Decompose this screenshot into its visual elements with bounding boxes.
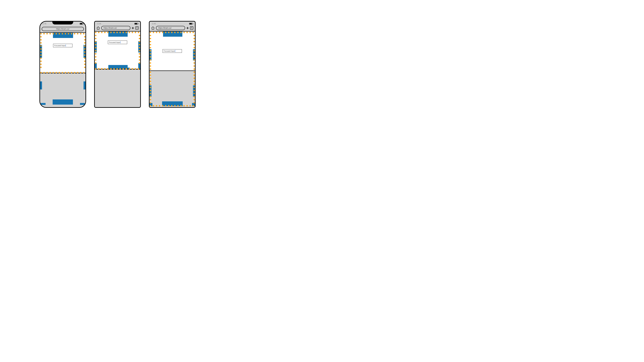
vv-under-kb-bottom [162, 101, 183, 106]
input-value: Focused Input [54, 44, 66, 46]
vv-overlap-bl [41, 103, 46, 105]
vv-edge-left-a [95, 41, 97, 52]
virtual-keyboard [95, 69, 140, 107]
address-bar[interactable]: https://bram.us/ [42, 27, 84, 31]
page-content: Focused Input [95, 31, 140, 69]
vv-edge-left-b [95, 63, 97, 69]
battery-icon [80, 23, 83, 25]
tabs-count-badge[interactable]: 5 [190, 26, 193, 29]
vv-overlap-left-1 [40, 81, 42, 89]
vv-edge-top [108, 31, 128, 37]
device-notch [52, 21, 73, 24]
url-text: https://bram.us/ [104, 27, 117, 29]
page-content: Focused Input [40, 33, 86, 73]
virtual-keyboard [150, 70, 195, 107]
vv-under-kb-bl [150, 103, 152, 106]
tabs-count-badge[interactable]: 5 [135, 26, 138, 29]
vv-edge-right-a [138, 41, 140, 52]
vv-under-kb-right [193, 85, 195, 97]
focused-text-input[interactable]: Focused Input [53, 44, 72, 47]
url-text: https://bram.us/ [158, 27, 172, 29]
browser-chrome: https://bram.us/ + 5 [150, 25, 195, 31]
input-value: Focused Input [109, 41, 120, 43]
vv-edge-top [53, 33, 73, 38]
address-bar[interactable]: https://bram.us/ [101, 26, 130, 30]
input-value: Focused Input [164, 50, 175, 52]
url-text: https://bram.us/ [56, 28, 70, 30]
vv-edge-right [84, 45, 86, 58]
vv-edge-right [193, 49, 195, 60]
status-time: 11:45 [97, 23, 101, 25]
focused-text-input[interactable]: Focused Input [162, 49, 182, 53]
text-caret [120, 41, 121, 43]
vv-edge-top [163, 31, 182, 37]
vv-edge-left [150, 49, 152, 60]
battery-icon [189, 23, 193, 25]
vv-edge-left [40, 45, 42, 58]
virtual-keyboard [40, 73, 86, 107]
phone-mockup-3: 11:45 https://bram.us/ + 5 Focused Input [149, 21, 196, 108]
page-content: Focused Input [150, 31, 195, 71]
vv-under-kb-br [192, 103, 195, 106]
text-caret [175, 50, 176, 52]
vv-edge-right-b [138, 63, 140, 69]
address-bar[interactable]: https://bram.us/ [156, 26, 185, 30]
home-icon[interactable] [151, 26, 155, 30]
status-bar: 11:45 [95, 22, 140, 25]
vv-under-kb-left [150, 85, 152, 97]
status-time: 11:45 [42, 23, 46, 25]
new-tab-icon[interactable]: + [186, 26, 189, 30]
new-tab-icon[interactable]: + [132, 26, 134, 30]
status-bar: 11:45 [150, 22, 195, 25]
phone-mockup-1: 11:45 https://bram.us/ Focused Input [40, 21, 86, 108]
phone-mockup-2: 11:45 https://bram.us/ + 5 Focused Input [94, 21, 141, 108]
browser-chrome: https://bram.us/ + 5 [95, 25, 140, 31]
text-caret [66, 44, 66, 47]
status-time: 11:45 [152, 23, 156, 25]
battery-icon [134, 23, 138, 25]
vv-overlap-bottom-1 [53, 99, 73, 105]
browser-chrome: https://bram.us/ [40, 25, 86, 33]
vv-overlap-br [80, 103, 85, 105]
home-icon[interactable] [96, 26, 100, 30]
vv-overlap-right-1 [84, 81, 86, 89]
focused-text-input[interactable]: Focused Input [108, 40, 127, 44]
